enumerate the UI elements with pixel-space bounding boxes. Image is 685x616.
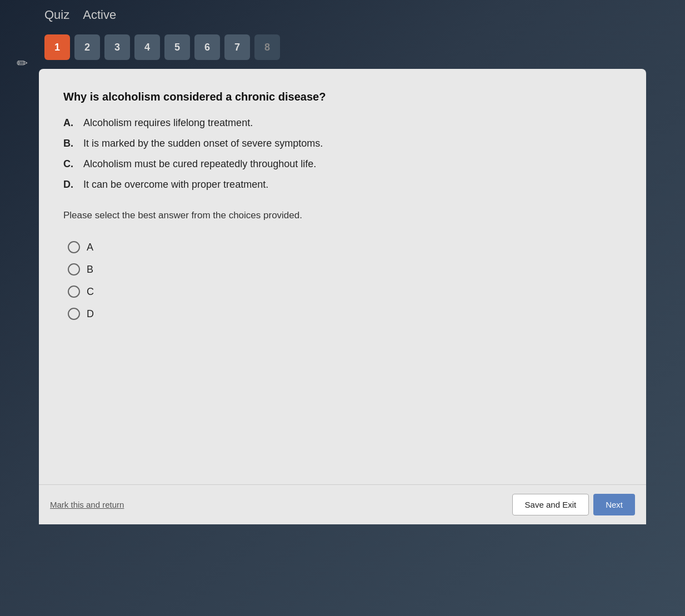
nav-btn-1[interactable]: 1 — [44, 34, 70, 60]
active-label: Active — [83, 8, 116, 22]
answer-letter-d: D. — [63, 177, 83, 192]
bottom-bar: Mark this and return Save and Exit Next — [39, 484, 646, 524]
header-bar: Quiz Active — [0, 0, 685, 30]
radio-options: A B C D — [68, 241, 622, 320]
answer-item-d: D. It can be overcome with proper treatm… — [63, 177, 622, 192]
content-panel: Why is alcoholism considered a chronic d… — [39, 69, 646, 524]
answer-item-b: B. It is marked by the sudden onset of s… — [63, 136, 622, 151]
radio-option-a[interactable]: A — [68, 241, 622, 253]
radio-input-c[interactable] — [68, 286, 80, 298]
radio-label-b: B — [87, 264, 93, 276]
answer-letter-b: B. — [63, 136, 83, 151]
answer-text-b: It is marked by the sudden onset of seve… — [83, 136, 323, 151]
answer-list: A. Alcoholism requires lifelong treatmen… — [63, 116, 622, 192]
radio-option-c[interactable]: C — [68, 286, 622, 298]
nav-btn-4[interactable]: 4 — [134, 34, 160, 60]
nav-btn-3[interactable]: 3 — [104, 34, 130, 60]
answer-letter-c: C. — [63, 157, 83, 172]
quiz-label: Quiz — [44, 8, 69, 22]
radio-option-d[interactable]: D — [68, 308, 622, 320]
radio-option-b[interactable]: B — [68, 263, 622, 276]
answer-text-d: It can be overcome with proper treatment… — [83, 177, 268, 192]
answer-letter-a: A. — [63, 116, 83, 131]
bottom-right-buttons: Save and Exit Next — [512, 494, 635, 515]
next-button[interactable]: Next — [593, 494, 635, 515]
question-text: Why is alcoholism considered a chronic d… — [63, 89, 622, 104]
mark-return-link[interactable]: Mark this and return — [50, 500, 124, 509]
question-nav: 1 2 3 4 5 6 7 8 — [0, 30, 685, 69]
instruction-text: Please select the best answer from the c… — [63, 210, 622, 221]
radio-input-b[interactable] — [68, 263, 80, 276]
nav-btn-5[interactable]: 5 — [164, 34, 190, 60]
answer-text-c: Alcoholism must be cured repeatedly thro… — [83, 157, 316, 172]
nav-btn-6[interactable]: 6 — [194, 34, 220, 60]
nav-btn-7[interactable]: 7 — [224, 34, 250, 60]
answer-item-c: C. Alcoholism must be cured repeatedly t… — [63, 157, 622, 172]
nav-btn-2[interactable]: 2 — [74, 34, 100, 60]
nav-btn-8[interactable]: 8 — [254, 34, 280, 60]
radio-label-c: C — [87, 286, 94, 298]
save-exit-button[interactable]: Save and Exit — [512, 494, 589, 515]
answer-item-a: A. Alcoholism requires lifelong treatmen… — [63, 116, 622, 131]
radio-label-a: A — [87, 242, 93, 253]
radio-label-d: D — [87, 308, 94, 320]
radio-input-a[interactable] — [68, 241, 80, 253]
radio-input-d[interactable] — [68, 308, 80, 320]
answer-text-a: Alcoholism requires lifelong treatment. — [83, 116, 253, 131]
